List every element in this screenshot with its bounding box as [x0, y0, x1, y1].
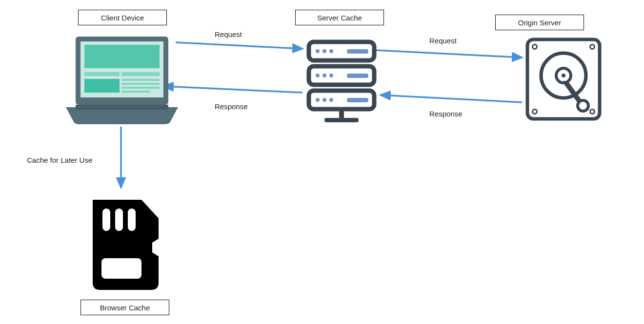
browser-cache-label-box: Browser Cache — [80, 300, 169, 315]
svg-point-24 — [329, 98, 333, 102]
svg-point-30 — [590, 45, 595, 49]
svg-rect-4 — [121, 72, 160, 76]
svg-rect-37 — [102, 209, 110, 231]
arrow-origin-to-servercache — [381, 95, 522, 102]
svg-point-29 — [533, 45, 537, 49]
request-label-2: Request — [429, 37, 457, 45]
svg-rect-9 — [121, 91, 150, 93]
client-device-label-box: Client Device — [78, 10, 167, 25]
svg-point-18 — [316, 74, 320, 77]
origin-server-label-box: Origin Server — [495, 15, 584, 30]
svg-point-36 — [578, 100, 588, 111]
request-label-1: Request — [215, 30, 242, 38]
client-device-label: Client Device — [101, 14, 144, 22]
arrow-servercache-to-origin — [376, 50, 522, 57]
arrow-client-to-servercache — [176, 42, 302, 49]
svg-rect-38 — [115, 209, 123, 231]
origin-server-label: Origin Server — [518, 19, 561, 27]
svg-rect-17 — [347, 49, 368, 54]
svg-point-14 — [316, 49, 320, 53]
svg-rect-21 — [347, 74, 368, 78]
svg-rect-39 — [128, 209, 136, 231]
response-label-1: Response — [215, 102, 248, 111]
svg-rect-27 — [324, 118, 359, 122]
svg-point-20 — [329, 74, 333, 77]
svg-point-19 — [322, 74, 326, 77]
cache-later-label: Cache for Later Use — [27, 156, 92, 164]
response-label-2: Response — [429, 110, 463, 118]
svg-point-15 — [322, 49, 326, 53]
svg-rect-40 — [101, 258, 141, 279]
svg-point-32 — [590, 110, 595, 114]
svg-rect-25 — [347, 98, 368, 102]
svg-rect-6 — [121, 79, 160, 81]
svg-rect-7 — [121, 83, 160, 85]
client-device-icon — [63, 34, 181, 128]
server-cache-label-box: Server Cache — [295, 10, 384, 25]
server-cache-label: Server Cache — [317, 14, 362, 22]
svg-rect-10 — [76, 105, 168, 110]
svg-point-23 — [322, 98, 326, 102]
svg-rect-2 — [84, 45, 160, 68]
server-cache-icon — [305, 39, 378, 128]
svg-rect-3 — [84, 72, 120, 76]
browser-cache-label: Browser Cache — [100, 304, 150, 312]
svg-rect-8 — [121, 87, 160, 89]
svg-rect-26 — [339, 110, 344, 118]
svg-point-31 — [533, 110, 537, 114]
svg-point-22 — [316, 98, 320, 102]
svg-point-16 — [329, 49, 333, 53]
svg-rect-5 — [84, 79, 120, 93]
svg-point-35 — [562, 74, 565, 77]
arrow-servercache-to-client — [163, 86, 302, 93]
origin-server-icon — [524, 37, 603, 123]
browser-cache-icon — [83, 195, 166, 294]
